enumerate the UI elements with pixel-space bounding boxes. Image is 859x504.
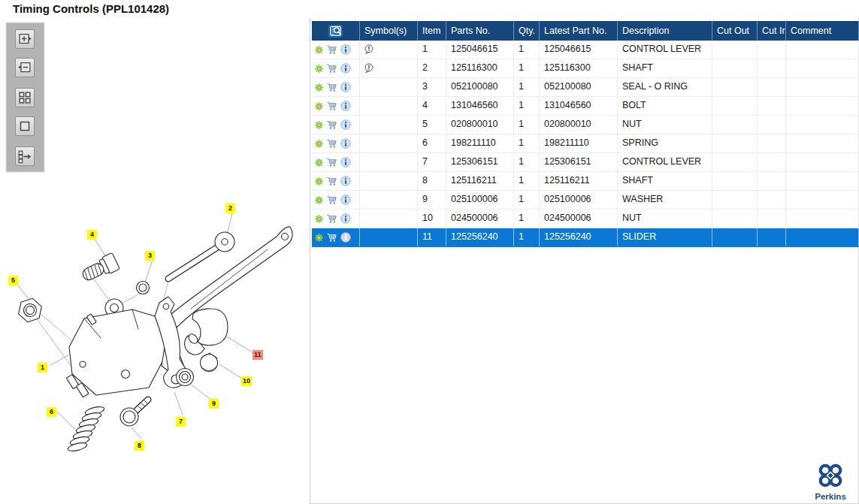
- qty-cell: 1: [514, 172, 540, 190]
- cart-icon[interactable]: [326, 44, 337, 55]
- table-row[interactable]: 9 025100006 1 025100006 WASHER: [312, 191, 859, 210]
- gear-icon[interactable]: [315, 65, 323, 73]
- cut-in-cell: [758, 228, 786, 246]
- diagram-panel: 1 2 3 4 5 6 7 8 9 10 11: [0, 18, 310, 504]
- diagram-label-2[interactable]: 2: [225, 204, 235, 213]
- info-icon[interactable]: [340, 176, 351, 186]
- col-description[interactable]: Description: [618, 21, 712, 41]
- col-comment[interactable]: Comment: [786, 21, 859, 41]
- item-cell: 10: [418, 210, 446, 228]
- comment-cell: [786, 134, 859, 152]
- item-cell: 8: [418, 172, 446, 190]
- info-icon[interactable]: [340, 119, 351, 130]
- gear-icon[interactable]: [315, 215, 323, 223]
- item-cell: 7: [418, 153, 446, 171]
- diagram-canvas[interactable]: [0, 18, 310, 504]
- gear-icon[interactable]: [315, 102, 323, 110]
- gear-icon[interactable]: [315, 234, 323, 242]
- diagram-label-8[interactable]: 8: [135, 441, 144, 451]
- parts-no-cell: 125046615: [446, 41, 514, 59]
- diagram-label-6[interactable]: 6: [47, 407, 56, 417]
- part-hex-nut: [17, 296, 43, 324]
- cart-icon[interactable]: [326, 213, 337, 224]
- gear-icon[interactable]: [315, 177, 323, 186]
- col-item[interactable]: Item: [418, 21, 446, 41]
- table-row[interactable]: 1 125046615 1 125046615 CONTROL LEVER: [312, 41, 859, 59]
- table-row[interactable]: 7 125306151 1 125306151 CONTROL LEVER: [312, 153, 859, 172]
- cart-icon[interactable]: [326, 176, 337, 186]
- info-icon[interactable]: [340, 195, 351, 205]
- cart-icon[interactable]: [326, 63, 337, 74]
- table-row[interactable]: 2 125116300 1 125116300 SHAFT: [312, 59, 859, 78]
- cart-icon[interactable]: [326, 157, 337, 167]
- info-icon[interactable]: [340, 157, 351, 167]
- table-row[interactable]: 6 198211110 1 198211110 SPRING: [312, 134, 859, 153]
- comment-cell: [786, 78, 859, 96]
- latest-part-no-cell: 131046560: [540, 97, 618, 115]
- cart-icon[interactable]: [326, 119, 337, 130]
- info-icon[interactable]: [340, 44, 351, 55]
- gear-icon[interactable]: [315, 83, 323, 92]
- gear-icon[interactable]: [315, 196, 323, 204]
- cart-icon[interactable]: [326, 101, 337, 111]
- description-cell: SHAFT: [618, 59, 712, 77]
- cut-in-cell: [758, 210, 786, 228]
- fit-view-button[interactable]: [15, 116, 35, 136]
- diagram-label-10[interactable]: 10: [241, 376, 252, 386]
- cut-out-cell: [712, 97, 758, 115]
- balloon-icon[interactable]: [364, 44, 374, 55]
- table-row[interactable]: 3 052100080 1 052100080 SEAL - O RING: [312, 78, 859, 97]
- toggle-panel-icon: [17, 148, 33, 164]
- col-latest-part-no[interactable]: Latest Part No.: [540, 21, 618, 41]
- cart-icon[interactable]: [326, 138, 337, 149]
- fit-view-icon: [17, 118, 33, 134]
- info-icon[interactable]: [340, 213, 351, 224]
- item-cell: 6: [418, 134, 446, 152]
- diagram-label-9[interactable]: 9: [209, 399, 219, 409]
- part-nut: [201, 353, 218, 372]
- item-cell: 2: [418, 59, 446, 77]
- diagram-label-1[interactable]: 1: [38, 363, 47, 373]
- tile-view-button[interactable]: [15, 88, 35, 107]
- zoom-out-button[interactable]: [15, 58, 35, 77]
- brand-logo-text: Perkins: [811, 492, 850, 501]
- parts-no-cell: 198211110: [446, 134, 514, 152]
- gear-icon[interactable]: [315, 46, 323, 54]
- info-icon[interactable]: [340, 232, 351, 243]
- zoom-in-button[interactable]: [15, 29, 35, 49]
- diagram-label-5[interactable]: 5: [8, 276, 18, 285]
- cart-icon[interactable]: [326, 195, 337, 205]
- cart-icon[interactable]: [326, 82, 337, 92]
- info-icon[interactable]: [340, 82, 351, 92]
- diagram-label-4[interactable]: 4: [87, 230, 97, 240]
- table-row[interactable]: 5 020800010 1 020800010 NUT: [312, 116, 859, 134]
- diagram-label-3[interactable]: 3: [145, 251, 155, 261]
- col-parts-no[interactable]: Parts No.: [446, 21, 514, 41]
- zoom-in-icon: [17, 31, 33, 47]
- column-chooser-button[interactable]: [312, 21, 360, 41]
- table-row[interactable]: 4 131046560 1 131046560 BOLT: [312, 97, 859, 116]
- col-cut-in[interactable]: Cut In: [758, 21, 786, 41]
- table-row[interactable]: 8 125116211 1 125116211 SHAFT: [312, 172, 859, 191]
- gear-icon[interactable]: [315, 158, 323, 167]
- panel-divider[interactable]: [310, 18, 310, 504]
- balloon-icon[interactable]: [364, 63, 374, 74]
- toggle-panel-button[interactable]: [15, 146, 35, 166]
- cart-icon[interactable]: [326, 232, 337, 243]
- table-row[interactable]: 10 024500006 1 024500006 NUT: [312, 210, 859, 228]
- gear-icon[interactable]: [315, 121, 323, 129]
- info-icon[interactable]: [340, 138, 351, 149]
- table-row-selected[interactable]: 11 125256240 1 125256240 SLIDER: [312, 228, 859, 247]
- col-cut-out[interactable]: Cut Out: [712, 21, 758, 41]
- col-qty[interactable]: Qty.: [514, 21, 540, 41]
- cut-out-cell: [712, 172, 758, 190]
- gear-icon[interactable]: [315, 140, 323, 148]
- diagram-label-7[interactable]: 7: [176, 417, 186, 427]
- col-symbols[interactable]: Symbol(s): [360, 21, 418, 41]
- info-icon[interactable]: [340, 101, 351, 111]
- brand-logo: Perkins: [811, 462, 850, 501]
- item-cell: 3: [418, 78, 446, 96]
- diagram-label-11[interactable]: 11: [253, 350, 263, 360]
- cut-out-cell: [712, 116, 758, 134]
- info-icon[interactable]: [340, 63, 351, 74]
